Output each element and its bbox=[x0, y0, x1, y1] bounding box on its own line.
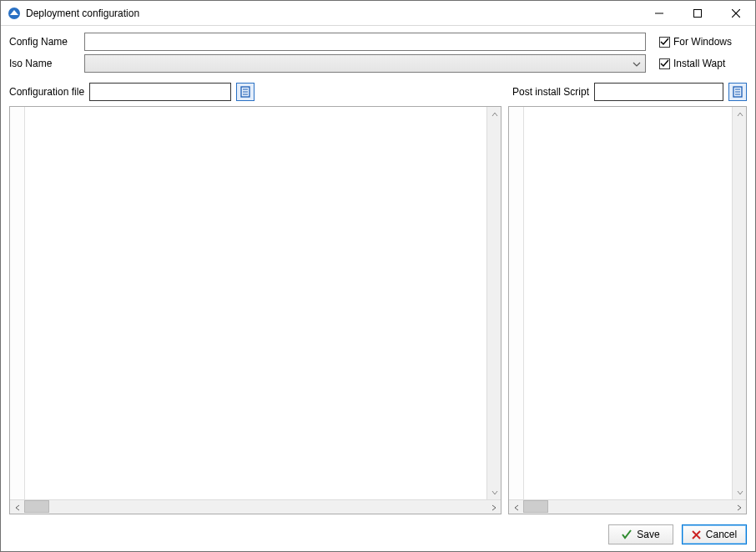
configuration-file-label: Configuration file bbox=[9, 86, 84, 98]
maximize-button[interactable] bbox=[678, 1, 717, 25]
left-editor-pane bbox=[9, 106, 501, 514]
titlebar: Deployment configuration bbox=[1, 1, 755, 26]
config-name-input[interactable] bbox=[84, 33, 646, 51]
scroll-down-icon bbox=[733, 485, 746, 499]
configuration-file-browse-button[interactable] bbox=[236, 83, 255, 101]
close-icon bbox=[732, 9, 740, 18]
file-row: Configuration file Post install Script bbox=[9, 83, 747, 101]
scroll-thumb[interactable] bbox=[523, 500, 548, 513]
scroll-left-icon bbox=[10, 500, 24, 514]
scroll-up-icon bbox=[733, 107, 746, 121]
install-wapt-checkbox[interactable]: Install Wapt bbox=[659, 58, 747, 69]
for-windows-label: For Windows bbox=[673, 36, 732, 48]
minimize-icon bbox=[655, 9, 663, 18]
iso-name-label: Iso Name bbox=[9, 58, 76, 69]
scroll-up-icon bbox=[487, 107, 501, 121]
right-editor-body bbox=[509, 107, 746, 499]
editor-panes bbox=[9, 106, 747, 514]
left-horizontal-scrollbar[interactable] bbox=[10, 499, 501, 514]
x-icon bbox=[692, 530, 701, 539]
app-icon bbox=[8, 7, 21, 20]
checkbox-icon bbox=[659, 58, 670, 69]
options-column: For Windows bbox=[659, 36, 747, 48]
window-controls bbox=[640, 1, 755, 25]
scroll-track bbox=[548, 500, 732, 514]
iso-name-select[interactable] bbox=[84, 54, 646, 73]
footer: Save Cancel bbox=[1, 519, 755, 551]
scroll-track bbox=[49, 500, 486, 514]
scroll-left-icon bbox=[509, 500, 523, 514]
check-icon bbox=[622, 529, 632, 539]
cancel-button[interactable]: Cancel bbox=[682, 524, 747, 544]
left-gutter bbox=[10, 107, 25, 499]
close-button[interactable] bbox=[717, 1, 755, 25]
right-horizontal-scrollbar[interactable] bbox=[509, 499, 746, 514]
options-column-2: Install Wapt bbox=[659, 58, 747, 69]
for-windows-checkbox[interactable]: For Windows bbox=[659, 36, 747, 48]
cancel-button-label: Cancel bbox=[706, 529, 737, 540]
iso-name-row: Iso Name Install Wapt bbox=[9, 54, 747, 73]
left-editor[interactable] bbox=[25, 107, 486, 499]
scroll-down-icon bbox=[487, 485, 501, 499]
config-name-label: Config Name bbox=[9, 36, 76, 48]
deployment-config-window: Deployment configuration Config Name bbox=[0, 0, 756, 552]
svg-rect-2 bbox=[694, 9, 702, 17]
file-icon bbox=[239, 86, 251, 98]
scroll-thumb[interactable] bbox=[24, 500, 49, 513]
post-install-script-input[interactable] bbox=[594, 83, 723, 101]
iso-name-combo-wrap bbox=[84, 54, 646, 73]
scroll-track bbox=[733, 121, 746, 485]
content-area: Config Name For Windows Iso Name bbox=[1, 26, 755, 519]
maximize-icon bbox=[693, 9, 702, 18]
config-name-row: Config Name For Windows bbox=[9, 33, 747, 51]
install-wapt-label: Install Wapt bbox=[673, 58, 725, 69]
scroll-track bbox=[487, 121, 501, 485]
left-editor-body bbox=[10, 107, 501, 499]
right-editor[interactable] bbox=[524, 107, 732, 499]
right-gutter bbox=[509, 107, 524, 499]
post-install-script-browse-button[interactable] bbox=[728, 83, 747, 101]
configuration-file-group: Configuration file bbox=[9, 83, 255, 101]
window-title: Deployment configuration bbox=[26, 8, 640, 19]
file-icon bbox=[732, 86, 743, 98]
checkbox-icon bbox=[659, 37, 670, 48]
save-button[interactable]: Save bbox=[608, 524, 673, 544]
right-editor-pane bbox=[508, 106, 747, 514]
left-vertical-scrollbar[interactable] bbox=[486, 107, 501, 499]
save-button-label: Save bbox=[637, 529, 659, 540]
scroll-right-icon bbox=[486, 500, 501, 514]
post-install-script-group: Post install Script bbox=[512, 83, 747, 101]
right-vertical-scrollbar[interactable] bbox=[732, 107, 746, 499]
scroll-right-icon bbox=[732, 500, 746, 514]
post-install-script-label: Post install Script bbox=[512, 86, 589, 98]
configuration-file-input[interactable] bbox=[89, 83, 231, 101]
minimize-button[interactable] bbox=[640, 1, 678, 25]
